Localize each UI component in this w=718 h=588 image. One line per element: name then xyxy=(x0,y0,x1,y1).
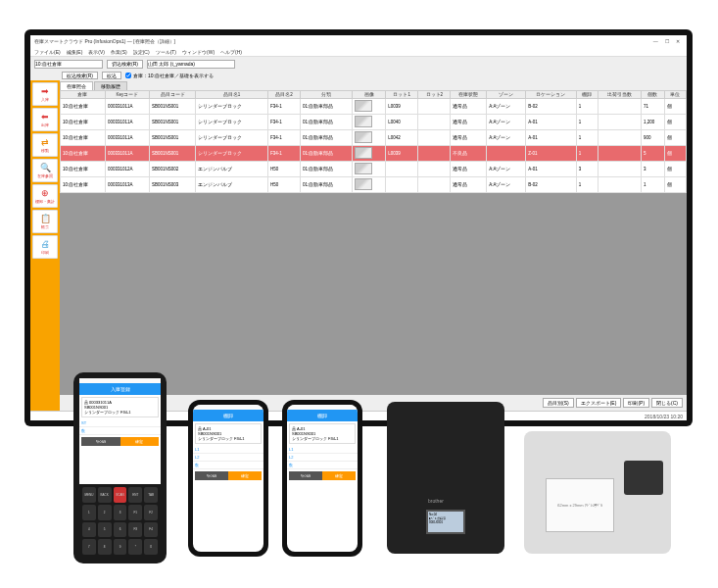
keypad-key[interactable]: 0 xyxy=(144,539,158,555)
ht-cancel-button[interactable]: ｷｬﾝｾﾙ xyxy=(81,437,120,446)
keypad-key[interactable]: 4 xyxy=(82,522,96,538)
keypad-key[interactable]: 8 xyxy=(98,539,112,555)
table-row[interactable]: 10:自社倉庫000331011ASB001NS001シリンダーブロックF34-… xyxy=(61,130,687,146)
sidebar-item[interactable]: 🖨印刷 xyxy=(32,235,58,259)
column-header[interactable]: 倉庫 xyxy=(61,91,106,99)
minimize-button[interactable]: — xyxy=(650,38,660,44)
column-header[interactable]: ロット1 xyxy=(386,91,418,99)
keypad-key[interactable]: 3 xyxy=(114,505,127,520)
ht-appbar: 入庫登録 xyxy=(79,383,161,395)
keypad-key[interactable]: 2 xyxy=(98,505,112,520)
table-row[interactable]: 10:自社倉庫000331011ASB001NS001シリンダーブロックF34-… xyxy=(61,99,687,115)
column-header[interactable]: Keyコード xyxy=(105,91,149,99)
column-header[interactable]: ゾーン xyxy=(487,91,526,99)
show-base-label: 倉庫：10:自社倉庫／基礎を表示する xyxy=(133,73,214,78)
menu-item[interactable]: 編集(E) xyxy=(67,49,83,55)
ht-confirm-button[interactable]: 確定 xyxy=(120,437,160,446)
ht-buttons: ｷｬﾝｾﾙ 確定 xyxy=(81,437,159,446)
warehouse-field[interactable] xyxy=(34,60,103,69)
p1-confirm[interactable]: 確定 xyxy=(228,471,262,480)
mobile-printer: brother No.04 ﾗﾍﾞﾙ登録済 0001/0001 xyxy=(387,402,504,554)
keypad-key[interactable]: F4 xyxy=(144,522,158,538)
printer1-brand: brother xyxy=(428,498,444,504)
table-row[interactable]: 10:自社倉庫000331011ASB001NS001シリンダーブロックF34-… xyxy=(61,115,687,130)
keypad-key[interactable]: F2 xyxy=(144,505,158,520)
switch-search-button[interactable]: 切込検索(R) xyxy=(107,60,143,69)
keypad-key[interactable]: BACK xyxy=(98,487,112,503)
table-row[interactable]: 10:自社倉庫000331012ASB001NS002エンジンバルブH5001:… xyxy=(61,162,687,177)
column-header[interactable]: 分類 xyxy=(301,91,353,99)
keypad-key[interactable]: 1 xyxy=(82,505,96,520)
tab-inventory[interactable]: 在庫照会 xyxy=(60,81,93,90)
sidebar: ➡入庫⬅出庫⇄移動🔍在庫参照⊕棚卸・集計📋帳票🖨印刷 xyxy=(30,80,60,411)
sidebar-icon: 🖨 xyxy=(41,240,50,249)
menu-item[interactable]: 作業(S) xyxy=(111,49,127,55)
filter-button[interactable]: 絞込 xyxy=(102,72,121,79)
ht-keypad: MENUBACKSCANENTTAB123F1F2456F3F4789*0 xyxy=(79,484,161,558)
sidebar-item[interactable]: ⬅出庫 xyxy=(32,108,58,131)
keypad-key[interactable]: ENT xyxy=(128,487,142,503)
table-row[interactable]: 10:自社倉庫000331011ASB001NS001シリンダーブロックF34-… xyxy=(61,146,687,162)
column-header[interactable]: 個数 xyxy=(641,91,664,99)
menu-item[interactable]: ツール(T) xyxy=(156,49,176,55)
keypad-key[interactable]: 7 xyxy=(82,539,96,555)
menu-item[interactable]: ヘルプ(H) xyxy=(220,49,242,55)
main-area: 在庫照会 移動履歴 倉庫Keyコード品目コード品目名1品目名2分類画像ロット1ロ… xyxy=(60,80,687,411)
p2-confirm[interactable]: 確定 xyxy=(322,471,356,480)
column-header[interactable]: ロット2 xyxy=(418,91,451,99)
p2-cancel[interactable]: ｷｬﾝｾﾙ xyxy=(289,471,322,480)
p2-appbar: 棚卸 xyxy=(287,410,358,421)
sidebar-label: 出庫 xyxy=(41,122,49,127)
column-header[interactable]: 品目名2 xyxy=(267,91,300,99)
maximize-button[interactable]: ☐ xyxy=(662,38,672,44)
p1-qty: 数 xyxy=(195,463,205,467)
column-header[interactable]: 棚卸 xyxy=(576,91,598,99)
keypad-key[interactable]: * xyxy=(128,539,142,555)
p1-l2: L2 xyxy=(195,455,205,460)
show-base-checkbox[interactable] xyxy=(125,73,131,78)
menu-item[interactable]: ファイル(E) xyxy=(34,49,61,55)
keypad-key[interactable]: 5 xyxy=(98,522,112,538)
sidebar-item[interactable]: 📋帳票 xyxy=(32,210,58,233)
sidebar-item[interactable]: ➡入庫 xyxy=(32,82,58,106)
printer1-lcd-l3: 0001/0001 xyxy=(429,520,462,524)
keypad-key[interactable]: F3 xyxy=(128,522,142,538)
tab-strip: 在庫照会 移動履歴 xyxy=(60,80,687,90)
column-header[interactable]: 品目名1 xyxy=(196,91,268,99)
smartphone-1: 棚卸 品 A-01 SB001NS001 シリンダーブロック F34-1 L1 … xyxy=(188,400,268,557)
sidebar-label: 入庫 xyxy=(41,97,49,102)
tab-history[interactable]: 移動履歴 xyxy=(94,81,127,90)
column-header[interactable]: ロケーション xyxy=(526,91,576,99)
item-thumbnail xyxy=(355,131,372,143)
keypad-key[interactable]: 6 xyxy=(114,522,127,538)
sidebar-label: 在庫参照 xyxy=(37,173,53,178)
keypad-key[interactable]: SCAN xyxy=(114,487,127,503)
column-header[interactable]: 出荷引当数 xyxy=(598,91,641,99)
column-header[interactable]: 在庫状態 xyxy=(451,91,487,99)
column-header[interactable]: 画像 xyxy=(353,91,386,99)
keypad-key[interactable]: MENU xyxy=(82,487,96,503)
user-field[interactable] xyxy=(147,60,235,69)
p1-name: シリンダーブロック F34-1 xyxy=(198,436,259,441)
column-header[interactable]: 品目コード xyxy=(149,91,195,99)
sidebar-item[interactable]: 🔍在庫参照 xyxy=(32,159,58,182)
smartphone-2: 棚卸 品 A-01 SB001NS001 シリンダーブロック F34-1 L1 … xyxy=(282,400,362,557)
menu-item[interactable]: 表示(V) xyxy=(88,49,105,55)
keypad-key[interactable]: 9 xyxy=(114,539,127,555)
close-button[interactable]: ✕ xyxy=(673,38,683,44)
window-title: 在庫スマートクラウド Pro (InfusionOps1) — [在庫照会（詳細… xyxy=(34,38,175,44)
table-row[interactable]: 10:自社倉庫000331013ASB001NS003エンジンバルブH5001:… xyxy=(61,177,687,193)
data-grid[interactable]: 倉庫Keyコード品目コード品目名1品目名2分類画像ロット1ロット2在庫状態ゾーン… xyxy=(60,90,687,395)
filter-search-button[interactable]: 絞込検索(R) xyxy=(62,72,98,79)
item-thumbnail xyxy=(355,116,372,127)
menu-item[interactable]: 設定(C) xyxy=(133,49,150,55)
handheld-terminal: 入庫登録 品 000331011A SB001NS001 シリンダーブロック F… xyxy=(73,372,167,564)
sidebar-item[interactable]: ⇄移動 xyxy=(32,133,58,157)
menu-item[interactable]: ウィンドウ(W) xyxy=(182,49,215,55)
sidebar-label: 印刷 xyxy=(41,250,49,255)
column-header[interactable]: 単位 xyxy=(664,91,686,99)
keypad-key[interactable]: TAB xyxy=(144,487,158,503)
sidebar-item[interactable]: ⊕棚卸・集計 xyxy=(32,184,58,208)
keypad-key[interactable]: F1 xyxy=(128,505,142,520)
p1-cancel[interactable]: ｷｬﾝｾﾙ xyxy=(195,471,228,480)
